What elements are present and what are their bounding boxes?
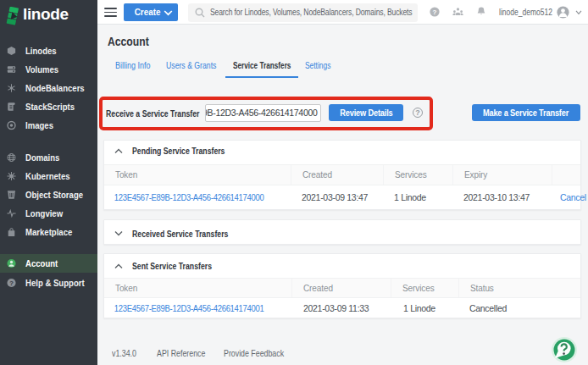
svg-text:?: ? (9, 279, 14, 287)
svg-text:?: ? (433, 8, 437, 16)
